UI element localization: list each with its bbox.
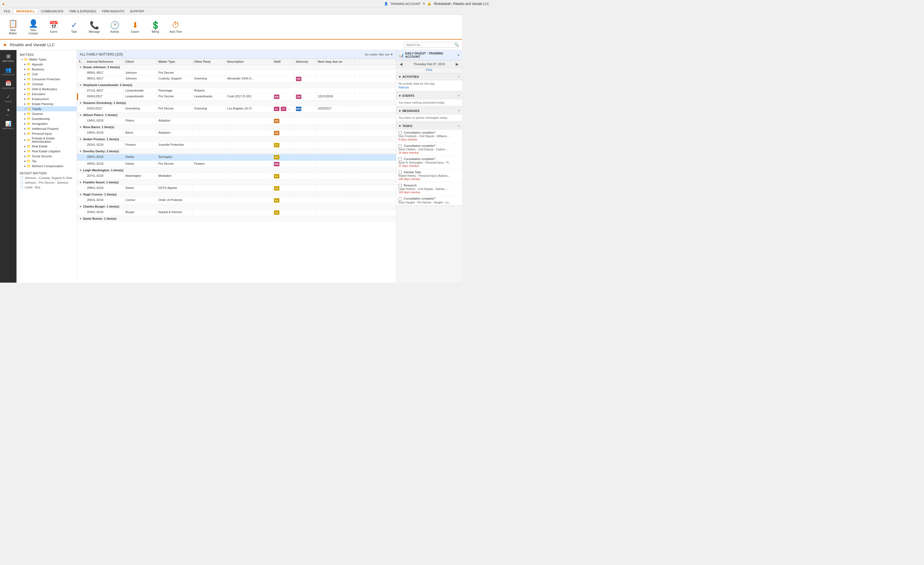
tasks-toggle[interactable]: + <box>458 124 460 128</box>
tree-estate-planning[interactable]: ▶ 📁 Estate Planning <box>16 102 77 106</box>
events-toggle[interactable]: + <box>458 94 460 97</box>
col-other-party[interactable]: Other Party <box>192 59 225 64</box>
table-row[interactable]: 099VL-0817 Johnson Pre Decree <box>77 70 396 76</box>
event-button[interactable]: 📅 Event <box>44 16 63 38</box>
table-row[interactable]: 196VL-0218 Barns Adoption HS <box>77 130 396 136</box>
table-row[interactable]: 194VL-0218 Peters Adoption HS <box>77 118 396 124</box>
menu-time-expenses[interactable]: TIME & EXPENSES <box>66 9 99 13</box>
task-item[interactable]: Sample Task Robert Heeley - Personal Inj… <box>396 169 462 182</box>
nav-matters[interactable]: ⊞ MATTERS <box>0 51 16 64</box>
col-description[interactable]: Description <box>225 59 272 64</box>
new-contact-button[interactable]: 👤 NewContact <box>24 16 43 38</box>
tasks-header[interactable]: ▼ TASKS + <box>396 123 462 129</box>
activities-refresh[interactable]: Refresh <box>399 86 460 89</box>
nav-contacts[interactable]: 👥 CONTACTS <box>0 64 16 78</box>
group-danby[interactable]: ▼ Dorothy Danby: 2 item(s) <box>77 149 396 154</box>
recent-matter-1[interactable]: 📄 Johnson - Custody, Support & Vists <box>16 175 77 180</box>
tree-employment[interactable]: ▶ 📁 Employment <box>16 96 77 102</box>
table-row[interactable]: 499VL-0218 Danby Pre Decree Flowers RW <box>77 161 396 168</box>
task-item[interactable]: Consultation complete? Devin Olafsen - C… <box>396 143 462 156</box>
tree-probate[interactable]: ▶ 📁 Probate & Estate Administration <box>16 136 77 144</box>
panel-prev-button[interactable]: ◀ <box>399 61 404 67</box>
col-matter-type[interactable]: Matter Type <box>157 59 192 64</box>
events-header[interactable]: ▼ EVENTS + <box>396 92 462 99</box>
tree-debt[interactable]: ▶ 📁 Debt & Bankruptcy <box>16 87 77 91</box>
sync-icon[interactable]: ⇅ <box>423 2 425 6</box>
task-checkbox-1[interactable] <box>399 144 402 148</box>
group-washington[interactable]: ▼ Leigh Washington: 1 item(s) <box>77 168 396 173</box>
tree-consumer-protection[interactable]: ▶ 📁 Consumer Protection <box>16 77 77 82</box>
new-matter-button[interactable]: 📋 NewMatter <box>3 16 22 38</box>
tree-ip[interactable]: ▶ 📁 Intellectual Property <box>16 126 77 131</box>
tree-education[interactable]: ▶ 📁 Education <box>16 91 77 96</box>
group-preston[interactable]: ▼ Amber Preston: 1 item(s) <box>77 136 396 142</box>
col-internal-ref[interactable]: Internal Reference <box>85 59 124 64</box>
group-peters[interactable]: ▼ Allison Peters: 1 item(s) <box>77 112 396 118</box>
tree-guardianship[interactable]: ▶ 📁 Guardianship <box>16 116 77 121</box>
tree-business[interactable]: ▶ 📁 Business <box>16 67 77 72</box>
col-attorney[interactable]: Attorney <box>294 59 316 64</box>
activities-header[interactable]: ▼ ACTIVITIES + <box>396 73 462 80</box>
recent-matter-3[interactable]: 📄 Lewis - Buy <box>16 185 77 189</box>
nav-calendar[interactable]: 📅 CALENDAR <box>0 78 16 91</box>
menu-firm-insights[interactable]: FIRM INSIGHTS <box>99 9 127 13</box>
task-checkbox-5[interactable] <box>399 198 402 201</box>
table-row[interactable]: 071VL-0617 Lewandowski Parentage Roberts <box>77 88 396 93</box>
task-item[interactable]: Consultation complete? Rose Vaughn - Pre… <box>396 195 462 205</box>
activity-button[interactable]: 🕐 Activity <box>105 16 124 38</box>
task-checkbox-2[interactable] <box>399 157 402 161</box>
tree-rel[interactable]: ▶ 📁 Real Estate Litigation <box>16 149 77 154</box>
export-button[interactable]: ⬇ Export <box>125 16 145 38</box>
digest-dropdown-arrow[interactable]: ▼ <box>457 54 460 57</box>
nav-ai[interactable]: ✦ A.I. <box>0 105 16 118</box>
table-row[interactable]: 085VL-0617 Johnson Custody, Support Gree… <box>77 76 396 82</box>
task-checkbox-3[interactable] <box>399 171 402 174</box>
task-item[interactable]: Consultation complete? Anne R. Kensingto… <box>396 156 462 169</box>
menu-file[interactable]: FILE <box>1 9 13 13</box>
table-row[interactable]: 034VL0317 Lewandowski Pre Decree Lewando… <box>77 93 396 100</box>
menu-smokeball[interactable]: SMOKEBALL <box>13 9 38 13</box>
group-connor[interactable]: ▼ Hugh Connor: 1 item(s) <box>77 192 396 197</box>
menu-support[interactable]: SUPPORT <box>127 9 147 13</box>
group-greenberg[interactable]: ▼ Suzanne Greenberg: 1 item(s) <box>77 100 396 106</box>
col-client[interactable]: Client <box>124 59 157 64</box>
panel-next-button[interactable]: ▶ <box>454 61 460 67</box>
tree-real-estate[interactable]: ▶ 📁 Real Estate <box>16 144 77 149</box>
tree-criminal[interactable]: ▶ 📁 Criminal <box>16 82 77 87</box>
group-susan-johnson[interactable]: ▼ Susan Johnson: 2 item(s) <box>77 64 396 70</box>
tree-appeals[interactable]: ▶ 📁 Appeals <box>16 62 77 67</box>
tree-social-security[interactable]: ▶ 📁 Social Security <box>16 154 77 159</box>
billing-button[interactable]: 💲 Billing <box>146 16 165 38</box>
table-row[interactable]: 208VL-0218 Sweet DCFS Appeal KJ <box>77 185 396 192</box>
task-item[interactable]: Research Leigh Hudson - Civil Dispute - … <box>396 182 462 195</box>
messages-toggle[interactable]: + <box>458 109 460 113</box>
recent-matter-2[interactable]: 📄 Johnson - Pre Decree - Johnson <box>16 180 77 185</box>
task-checkbox-0[interactable] <box>399 131 402 135</box>
tree-workers-comp[interactable]: ▶ 📁 Workers Compensation <box>16 163 77 169</box>
group-sweet[interactable]: ▼ Franklin Sweet: 1 item(s) <box>77 180 396 185</box>
group-lewandowski[interactable]: ▼ Stephanie Lewandowski: 2 item(s) <box>77 82 396 88</box>
table-row[interactable]: 032VL0317 Greenberg Pre Decree Greenerg … <box>77 106 396 112</box>
search-input[interactable] <box>404 42 459 48</box>
tree-civil[interactable]: ▶ 📁 Civil <box>16 72 77 77</box>
bell-icon[interactable]: 🔔 <box>428 2 431 6</box>
print-link[interactable]: Print <box>396 68 462 73</box>
tree-personal-injury[interactable]: ▶ 📁 Personal Injury <box>16 131 77 136</box>
task-button[interactable]: ✓ Task <box>64 16 84 38</box>
table-row[interactable]: 204VL-0218 Burger Nuptial & Domest KJ <box>77 209 396 216</box>
auto-time-button[interactable]: ⏱ Auto:Time <box>166 16 185 38</box>
task-item[interactable]: Consultation complete? Gino Frederick - … <box>396 129 462 143</box>
nav-reports[interactable]: 📊 REPORTS <box>0 118 16 132</box>
tree-tax[interactable]: ▶ 📁 Tax <box>16 159 77 163</box>
tree-family[interactable]: ▼ 📁 Family <box>16 106 77 111</box>
tree-root[interactable]: ▼ 📁 Matter Types <box>16 57 77 62</box>
table-row[interactable]: 206VL-0218 Danby Surrogacy KJ <box>77 154 396 161</box>
tree-immigration[interactable]: ▶ 📁 Immigration <box>16 121 77 126</box>
task-checkbox-4[interactable] <box>399 184 402 187</box>
table-row[interactable]: 205VL-0218 Connor Order of Protectio KJ <box>77 197 396 204</box>
group-barns[interactable]: ▼ Rose Barns: 1 item(s) <box>77 124 396 130</box>
message-button[interactable]: 📞 Message <box>85 16 104 38</box>
tree-general[interactable]: ▶ 📁 General <box>16 111 77 116</box>
col-staff[interactable]: Staff <box>272 59 294 64</box>
col-next-step[interactable]: Next step due on <box>316 59 346 64</box>
